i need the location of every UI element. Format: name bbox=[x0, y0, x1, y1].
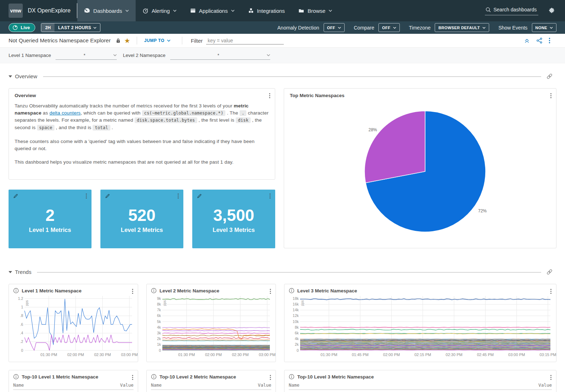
chevron-down-icon bbox=[393, 27, 396, 29]
svg-text:03:00 PM: 03:00 PM bbox=[259, 353, 276, 357]
trend-card-level3: Level 3 Metric Namespace 18k16k14k12k10k… bbox=[284, 284, 556, 362]
svg-text:14k: 14k bbox=[293, 308, 299, 312]
line-chart-level1[interactable]: 1.21.8.6.4.2001:30 PM02:00 PM02:30 PM03:… bbox=[13, 294, 134, 358]
nav-item-alerting[interactable]: Alerting bbox=[136, 0, 183, 21]
svg-text:02:15 PM: 02:15 PM bbox=[414, 353, 431, 357]
kebab-menu-icon[interactable] bbox=[270, 375, 271, 380]
section-link-icon[interactable] bbox=[546, 73, 553, 80]
nav-item-dashboards[interactable]: Dashboards bbox=[77, 0, 136, 21]
section-label-trends: Trends bbox=[15, 269, 31, 275]
kebab-menu-icon[interactable] bbox=[270, 288, 271, 294]
info-icon[interactable] bbox=[13, 374, 19, 380]
jump-to-dropdown[interactable]: JUMP TO bbox=[144, 38, 171, 43]
info-icon[interactable] bbox=[13, 288, 19, 293]
info-icon[interactable] bbox=[151, 288, 157, 293]
collapse-all-icon[interactable] bbox=[524, 37, 530, 44]
param-label-level1: Level 1 Namespace bbox=[9, 53, 51, 58]
kebab-menu-icon[interactable] bbox=[85, 193, 87, 199]
compare-dropdown[interactable]: OFF bbox=[378, 23, 399, 32]
live-button[interactable]: Live bbox=[9, 23, 35, 32]
svg-text:02:30 PM: 02:30 PM bbox=[94, 353, 111, 357]
metric-value: 2 bbox=[46, 207, 55, 223]
section-header-overview: Overview bbox=[9, 73, 556, 80]
metric-value: 3,500 bbox=[213, 207, 254, 223]
column-header-name[interactable]: Name bbox=[289, 382, 299, 388]
time-range-label: LAST 2 HOURS bbox=[58, 25, 91, 30]
kebab-menu-icon[interactable] bbox=[269, 193, 271, 199]
top10-card-title: Top-10 Level 1 Metric Namespace bbox=[22, 374, 98, 380]
svg-text:pps: pps bbox=[25, 300, 29, 306]
column-header-value[interactable]: Value bbox=[258, 382, 271, 388]
overview-paragraph-3: This dashboard helps you visualize metri… bbox=[15, 159, 269, 166]
time-range-dropdown[interactable]: LAST 2 HOURS bbox=[54, 23, 100, 32]
svg-text:2k: 2k bbox=[295, 342, 299, 346]
search-dashboards-input[interactable]: Search dashboards bbox=[485, 6, 538, 15]
kebab-menu-icon[interactable] bbox=[132, 288, 134, 294]
top10-card-level1: Top-10 Level 1 Metric Namespace NameValu… bbox=[9, 370, 138, 392]
kebab-menu-icon[interactable] bbox=[550, 93, 552, 99]
kebab-menu-icon[interactable] bbox=[550, 288, 552, 294]
filter-label: Filter bbox=[191, 38, 203, 44]
compare-control: Compare OFF bbox=[354, 23, 400, 32]
metric-card-level1: 2 Level 1 Metrics bbox=[9, 190, 91, 248]
svg-text:.2: .2 bbox=[20, 339, 23, 344]
time-range-group: 2H LAST 2 HOURS bbox=[41, 23, 100, 32]
svg-text:02:30 PM: 02:30 PM bbox=[232, 353, 249, 357]
show-events-dropdown[interactable]: NONE bbox=[532, 23, 556, 32]
column-header-name[interactable]: Name bbox=[151, 382, 162, 388]
nav-item-browse[interactable]: Browse bbox=[292, 0, 339, 21]
info-icon[interactable] bbox=[289, 288, 294, 293]
edit-pencil-icon[interactable] bbox=[105, 193, 110, 199]
param-value: * bbox=[170, 53, 267, 58]
anomaly-detection-dropdown[interactable]: OFF bbox=[324, 23, 345, 32]
time-range-short[interactable]: 2H bbox=[41, 23, 54, 32]
edit-pencil-icon[interactable] bbox=[13, 193, 19, 199]
collapse-triangle-icon[interactable] bbox=[9, 271, 12, 273]
live-clock-icon bbox=[12, 25, 18, 30]
kebab-menu-icon[interactable] bbox=[549, 37, 550, 44]
share-icon[interactable] bbox=[536, 37, 543, 44]
info-icon[interactable] bbox=[289, 374, 294, 380]
kebab-menu-icon[interactable] bbox=[550, 375, 552, 380]
brand: vmw DX OpenExplore bbox=[0, 0, 70, 21]
section-link-icon[interactable] bbox=[546, 269, 553, 275]
gear-icon[interactable] bbox=[548, 7, 555, 14]
kebab-menu-icon[interactable] bbox=[132, 375, 134, 380]
nav-label: Dashboards bbox=[93, 8, 122, 14]
overview-paragraph-2: These counters also come with a 'queried… bbox=[15, 138, 269, 152]
collapse-triangle-icon[interactable] bbox=[9, 75, 12, 78]
param-select-level1[interactable]: * bbox=[56, 51, 117, 60]
pie-chart[interactable]: 72%28% bbox=[290, 101, 550, 245]
metric-value: 520 bbox=[128, 207, 156, 223]
timezone-dropdown[interactable]: BROWSER DEFAULT bbox=[435, 23, 489, 32]
trend-charts-row: Level 1 Metric Namespace 1.21.8.6.4.2001… bbox=[9, 284, 556, 362]
param-select-level2[interactable]: * bbox=[170, 51, 270, 60]
param-value: * bbox=[56, 53, 113, 58]
nav-label: Applications bbox=[199, 8, 228, 14]
chevron-down-icon bbox=[93, 27, 96, 29]
delta-counters-link[interactable]: delta counters bbox=[49, 110, 81, 116]
column-header-name[interactable]: Name bbox=[13, 382, 24, 388]
line-chart-level3[interactable]: 18k16k14k12k10k8k6k4k2k001:30 PM01:45 PM… bbox=[289, 294, 553, 358]
svg-text:8k: 8k bbox=[295, 325, 299, 329]
metric-label: Level 3 Metrics bbox=[213, 227, 255, 233]
svg-text:0: 0 bbox=[159, 348, 161, 353]
favorite-star-icon[interactable]: ★ bbox=[124, 37, 130, 44]
blocks-icon bbox=[248, 8, 254, 14]
kebab-menu-icon[interactable] bbox=[177, 193, 179, 199]
nav-item-integrations[interactable]: Integrations bbox=[241, 0, 292, 21]
info-icon[interactable] bbox=[151, 374, 157, 380]
svg-text:.8: .8 bbox=[20, 313, 23, 318]
kebab-menu-icon[interactable] bbox=[269, 93, 271, 99]
column-header-value[interactable]: Value bbox=[120, 382, 134, 388]
filter-input[interactable] bbox=[206, 37, 284, 44]
nav-item-applications[interactable]: Applications bbox=[183, 0, 241, 21]
svg-text:4k: 4k bbox=[157, 325, 161, 329]
top10-card-level2: Top-10 Level 2 Metric Namespace NameValu… bbox=[146, 370, 276, 392]
edit-pencil-icon[interactable] bbox=[197, 193, 202, 199]
column-header-value[interactable]: Value bbox=[538, 382, 552, 388]
section-label-overview: Overview bbox=[15, 73, 37, 79]
folder-icon bbox=[298, 8, 304, 14]
vmware-logo[interactable]: vmw bbox=[9, 4, 23, 18]
line-chart-level2[interactable]: 9k8k7k6k5k4k3k2k1k001:30 PM02:00 PM02:30… bbox=[151, 294, 272, 358]
